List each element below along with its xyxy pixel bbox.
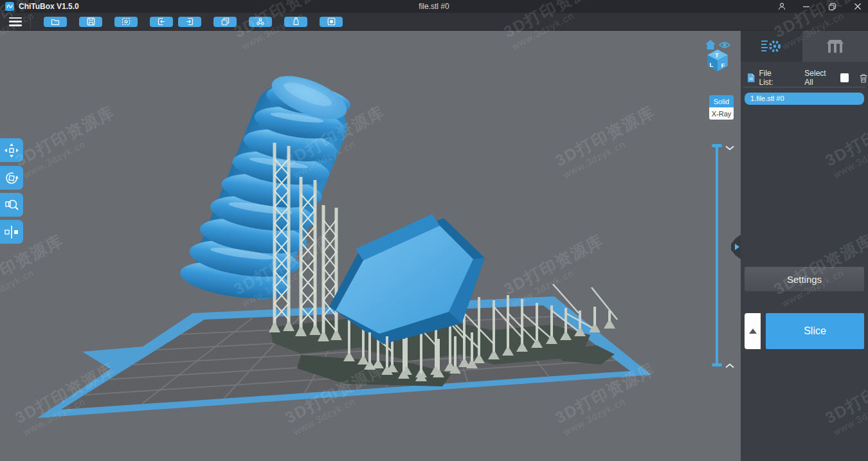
scale-tool-button[interactable] bbox=[0, 193, 23, 217]
file-doc-icon bbox=[747, 73, 755, 83]
record-icon bbox=[327, 17, 336, 26]
resin-button[interactable] bbox=[284, 17, 307, 27]
cube-face-front: F bbox=[721, 62, 725, 69]
clone-button[interactable] bbox=[213, 17, 237, 27]
slice-button[interactable]: Slice bbox=[766, 313, 864, 349]
app-icon bbox=[5, 2, 14, 11]
chevron-down-icon bbox=[725, 145, 734, 150]
move-icon bbox=[4, 143, 19, 158]
cube-face-top: T bbox=[715, 51, 719, 59]
support-settings-icon bbox=[825, 38, 845, 55]
scene-canvas bbox=[0, 30, 741, 461]
export-button[interactable] bbox=[178, 17, 201, 27]
open-folder-icon bbox=[51, 17, 60, 26]
restore-icon bbox=[828, 3, 836, 11]
window-title: file.stl #0 bbox=[0, 2, 868, 11]
panel-tabbar bbox=[741, 30, 868, 62]
slice-settings-icon bbox=[761, 39, 782, 53]
file-list-header: File List: Select All bbox=[741, 71, 868, 84]
view-cube[interactable]: T L F bbox=[705, 48, 730, 75]
resin-bottle-icon bbox=[293, 17, 300, 26]
delete-files-button[interactable] bbox=[859, 73, 868, 83]
slider-top-cap[interactable] bbox=[712, 144, 722, 147]
rotate-tool-button[interactable] bbox=[0, 166, 23, 190]
hollow-button[interactable] bbox=[249, 17, 272, 27]
move-tool-button[interactable] bbox=[0, 138, 23, 162]
maximize-button[interactable] bbox=[827, 1, 837, 12]
save-icon bbox=[87, 17, 95, 26]
toolbar-divider bbox=[30, 15, 31, 29]
minimize-icon bbox=[802, 3, 810, 10]
cube-face-left: L bbox=[710, 61, 714, 68]
select-all-label: Select All bbox=[804, 69, 835, 87]
rotate-icon bbox=[4, 170, 19, 186]
render-mode-xray-button[interactable]: X-Ray bbox=[709, 107, 734, 120]
settings-panel: File List: Select All 1.file.stl #0 Sett… bbox=[741, 30, 868, 461]
close-button[interactable] bbox=[853, 1, 863, 12]
file-item[interactable]: 1.file.stl #0 bbox=[745, 93, 864, 105]
scale-icon bbox=[4, 197, 19, 213]
select-all-checkbox[interactable] bbox=[840, 73, 849, 82]
close-icon bbox=[854, 3, 862, 10]
record-button[interactable] bbox=[320, 17, 343, 27]
copy-icon bbox=[221, 17, 230, 26]
triangle-up-icon bbox=[749, 329, 757, 334]
render-mode-solid-button[interactable]: Solid bbox=[709, 95, 734, 107]
slider-step-down-button[interactable] bbox=[725, 141, 734, 153]
import-button[interactable] bbox=[150, 17, 173, 27]
slice-menu-toggle[interactable] bbox=[745, 313, 761, 349]
menu-button[interactable] bbox=[9, 17, 22, 26]
screenshot-icon bbox=[122, 17, 131, 26]
user-icon bbox=[777, 2, 786, 11]
arrow-right-icon bbox=[735, 244, 739, 250]
screenshot-button[interactable] bbox=[114, 17, 138, 27]
mirror-tool-button[interactable] bbox=[0, 220, 23, 244]
export-icon bbox=[185, 17, 194, 26]
slider-bottom-cap[interactable] bbox=[712, 363, 722, 366]
mirror-icon bbox=[4, 224, 19, 240]
file-list-divider bbox=[743, 87, 865, 87]
user-account-button[interactable] bbox=[777, 1, 787, 12]
trash-icon bbox=[859, 73, 868, 83]
minimize-button[interactable] bbox=[801, 1, 811, 12]
app-title: ChiTuBox V1.5.0 bbox=[19, 2, 79, 11]
titlebar: ChiTuBox V1.5.0 file.stl #0 bbox=[0, 0, 868, 13]
open-file-button[interactable] bbox=[44, 17, 67, 27]
slider-step-up-button[interactable] bbox=[725, 359, 734, 371]
tab-support-settings[interactable] bbox=[802, 30, 868, 62]
import-icon bbox=[157, 17, 166, 26]
viewport[interactable]: T L F Solid X-Ray bbox=[0, 30, 741, 461]
file-list-label: File List: bbox=[759, 69, 786, 87]
toolbar bbox=[0, 13, 868, 31]
molecule-icon bbox=[256, 17, 265, 26]
slice-row: Slice bbox=[745, 313, 864, 349]
clip-slider[interactable] bbox=[716, 146, 718, 365]
settings-button[interactable]: Settings bbox=[745, 267, 864, 291]
save-button[interactable] bbox=[79, 17, 102, 27]
chevron-up-icon bbox=[725, 363, 734, 368]
tab-slice-settings[interactable] bbox=[741, 30, 802, 62]
